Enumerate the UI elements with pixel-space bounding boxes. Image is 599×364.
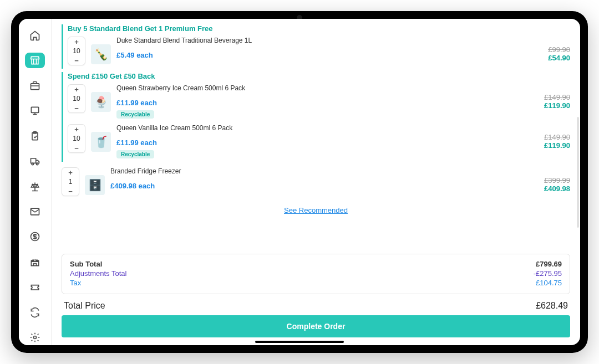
product-thumbnail: 🥤 (91, 132, 111, 152)
app-screen: Buy 5 Standard Blend Get 1 Premium Free+… (19, 19, 580, 345)
svg-point-4 (32, 163, 33, 165)
quantity-stepper: +10− (68, 84, 85, 113)
qty-decrease-button[interactable]: − (62, 187, 79, 196)
item-details: Branded Fridge Freezer£409.98 each (110, 167, 539, 190)
main-content: Buy 5 Standard Blend Get 1 Premium Free+… (51, 19, 580, 345)
promo-title: Buy 5 Standard Blend Get 1 Premium Free (68, 24, 570, 33)
quantity-stepper: +1− (62, 167, 79, 196)
svg-rect-0 (31, 84, 39, 90)
nav-briefcase-icon[interactable] (25, 78, 45, 93)
price-column: £99.90£54.90 (548, 45, 570, 62)
qty-decrease-button[interactable]: − (68, 56, 85, 65)
original-price: £99.90 (548, 45, 570, 54)
price-column: £399.99£409.98 (544, 176, 570, 193)
product-thumbnail: 🗄️ (85, 175, 105, 195)
see-recommended-link[interactable]: See Recommended (284, 206, 348, 214)
product-name: Queen Vanilla Ice Cream 500ml 6 Pack (116, 124, 539, 132)
item-details: Duke Standard Blend Traditional Beverage… (116, 37, 542, 59)
product-name: Duke Standard Blend Traditional Beverage… (116, 37, 542, 44)
unit-price: £11.99 each (116, 99, 539, 107)
nav-scale-icon[interactable] (25, 179, 45, 194)
nav-ticket-icon[interactable] (25, 280, 45, 295)
svg-rect-1 (31, 107, 38, 112)
recommended-block: See Recommended (62, 205, 570, 215)
nav-sidebar (19, 19, 51, 345)
scrollbar[interactable] (577, 117, 579, 228)
current-price: £119.90 (544, 141, 570, 150)
qty-value: 10 (73, 46, 80, 56)
product-name: Queen Strawberry Ice Cream 500ml 6 Pack (116, 84, 539, 92)
tax-row: Tax£104.75 (70, 279, 562, 287)
nav-clipboard-icon[interactable] (25, 129, 45, 143)
summary-card: Sub Total£799.69 Adjustments Total-£275.… (62, 254, 570, 294)
adjustments-row: Adjustments Total-£275.95 (70, 269, 562, 278)
nav-mail-icon[interactable] (25, 204, 45, 219)
original-price: £399.99 (544, 176, 570, 184)
complete-order-button[interactable]: Complete Order (62, 315, 570, 337)
cart-scroll: Buy 5 Standard Blend Get 1 Premium Free+… (52, 19, 580, 248)
recyclable-badge: Recyclable (116, 150, 154, 158)
nav-truck-icon[interactable] (25, 153, 45, 168)
home-indicator[interactable] (255, 341, 344, 343)
product-thumbnail: 🍨 (91, 92, 111, 112)
original-price: £149.90 (544, 133, 570, 141)
nav-dollar-icon[interactable] (25, 229, 45, 244)
qty-increase-button[interactable]: + (68, 37, 85, 46)
qty-value: 1 (69, 177, 73, 187)
nav-home-icon[interactable] (25, 28, 45, 43)
nav-store-icon[interactable] (25, 53, 45, 68)
current-price: £119.90 (544, 101, 570, 110)
qty-value: 10 (73, 134, 80, 143)
nav-display-icon[interactable] (25, 103, 45, 118)
product-name: Branded Fridge Freezer (110, 167, 539, 175)
qty-increase-button[interactable]: + (68, 85, 85, 94)
item-details: Queen Vanilla Ice Cream 500ml 6 Pack£11.… (116, 124, 539, 158)
unit-price: £409.98 each (110, 182, 539, 190)
qty-increase-button[interactable]: + (62, 168, 79, 177)
nav-settings-icon[interactable] (25, 330, 45, 345)
qty-value: 10 (73, 94, 80, 104)
quantity-stepper: +10− (68, 37, 85, 65)
nav-sync-icon[interactable] (25, 305, 45, 320)
total-row: Total Price£628.49 (62, 299, 570, 315)
footer: Sub Total£799.69 Adjustments Total-£275.… (52, 248, 580, 345)
qty-increase-button[interactable]: + (68, 125, 85, 134)
price-column: £149.90£119.90 (544, 93, 570, 110)
svg-point-5 (37, 163, 38, 165)
promo-group: Buy 5 Standard Blend Get 1 Premium Free+… (62, 24, 570, 69)
quantity-stepper: +10− (68, 124, 85, 153)
cart-line-item: +10−🥤Queen Vanilla Ice Cream 500ml 6 Pac… (68, 122, 570, 162)
current-price: £54.90 (548, 54, 570, 62)
recyclable-badge: Recyclable (116, 110, 154, 119)
qty-decrease-button[interactable]: − (68, 143, 85, 152)
unit-price: £11.99 each (116, 139, 539, 147)
cart-line-item: +10−🍨Queen Strawberry Ice Cream 500ml 6 … (68, 82, 570, 122)
qty-decrease-button[interactable]: − (68, 104, 85, 112)
cart-line-item: +1−🗄️Branded Fridge Freezer£409.98 each£… (62, 165, 570, 199)
tablet-frame: Buy 5 Standard Blend Get 1 Premium Free+… (11, 11, 588, 353)
item-details: Queen Strawberry Ice Cream 500ml 6 Pack£… (116, 84, 539, 119)
price-column: £149.90£119.90 (544, 133, 570, 150)
cart-line-item: +10−🍾Duke Standard Blend Traditional Bev… (68, 34, 570, 69)
current-price: £409.98 (544, 184, 570, 193)
nav-castle-icon[interactable] (25, 254, 45, 269)
unit-price: £5.49 each (116, 51, 542, 59)
promo-group: Spend £150 Get £50 Back+10−🍨Queen Strawb… (62, 72, 570, 162)
original-price: £149.90 (544, 93, 570, 101)
subtotal-row: Sub Total£799.69 (70, 260, 562, 268)
svg-point-8 (34, 336, 37, 339)
product-thumbnail: 🍾 (91, 44, 111, 64)
promo-title: Spend £150 Get £50 Back (68, 72, 570, 80)
